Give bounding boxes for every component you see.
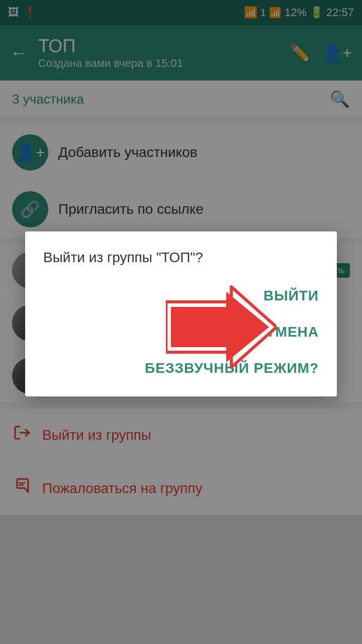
exit-confirm-button[interactable]: ВЫЙТИ [43,278,319,314]
dialog-question: Выйти из группы "ТОП"? [43,250,319,266]
silent-mode-button[interactable]: БЕЗЗВУЧНЫЙ РЕЖИМ? [43,350,319,386]
dialog-buttons: ВЫЙТИ ОТМЕНА БЕЗЗВУЧНЫЙ РЕЖИМ? [43,278,319,386]
exit-dialog: Выйти из группы "ТОП"? ВЫЙТИ ОТМЕНА БЕЗЗ… [25,231,337,396]
cancel-button[interactable]: ОТМЕНА [43,314,319,350]
